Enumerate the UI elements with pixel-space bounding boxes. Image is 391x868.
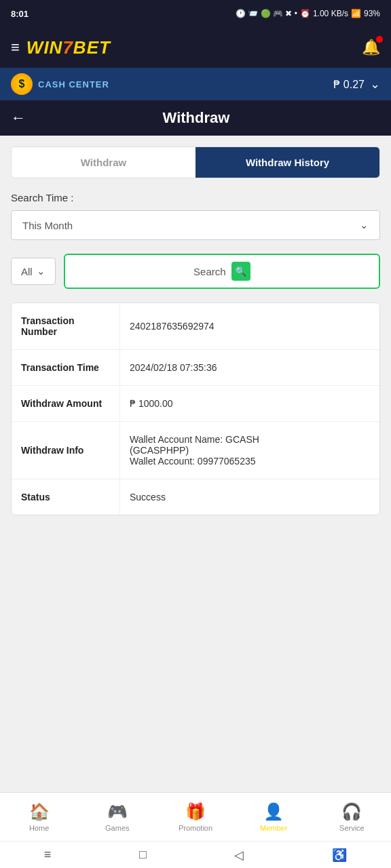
search-time-label: Search Time : [11,192,380,203]
header-left: ≡ WIN7BET [11,37,111,58]
withdraw-info-line1: Wallet Account Name: GCASH [130,434,259,445]
bell-container[interactable]: 🔔 [362,39,380,56]
page-title-bar: ← Withdraw [0,100,391,136]
status-right: 🕐 📨 🟢 🎮 ✖ • ⏰ 1.00 KB/s 📶 93% [236,9,380,18]
cash-left: $ CASH CENTER [11,73,109,95]
status-label: Status [12,479,120,515]
nav-home[interactable]: 🏠 Home [0,797,78,837]
transaction-time-value: 2024/02/18 07:35:36 [120,350,379,385]
transaction-number-row: Transaction Number 2402187635692974 [12,303,379,350]
android-home-icon[interactable]: □ [139,848,147,862]
promotion-icon: 🎁 [185,802,206,821]
hamburger-icon[interactable]: ≡ [11,39,20,56]
transaction-card: Transaction Number 2402187635692974 Tran… [11,302,380,515]
status-value: Success [120,479,379,515]
transaction-number-value: 2402187635692974 [120,303,379,349]
transaction-time-label: Transaction Time [12,350,120,385]
withdraw-info-value: Wallet Account Name: GCASH (GCASPHPP) Wa… [120,422,379,479]
withdraw-amount-label: Withdraw Amount [12,386,120,421]
logo: WIN7BET [26,37,111,58]
status-time: 8:01 [11,9,29,19]
member-label: Member [260,824,287,832]
transaction-time-row: Transaction Time 2024/02/18 07:35:36 [12,350,379,386]
nav-service[interactable]: 🎧 Service [313,797,391,837]
withdraw-info-label: Withdraw Info [12,422,120,479]
period-dropdown[interactable]: This Month ⌄ [11,210,380,240]
games-icon: 🎮 [107,802,128,821]
wifi-icon: 📶 [351,9,361,18]
withdraw-tab[interactable]: Withdraw [12,147,196,178]
withdraw-amount-row: Withdraw Amount ₱ 1000.00 [12,386,379,422]
withdraw-history-tab[interactable]: Withdraw History [196,147,379,178]
android-access-icon[interactable]: ♿ [332,848,347,863]
tab-row: Withdraw Withdraw History [11,146,380,178]
cash-icon: $ [11,73,33,95]
search-icon: 🔍 [231,262,250,281]
status-row: Status Success [12,479,379,515]
battery: 93% [364,9,380,18]
nav-promotion[interactable]: 🎁 Promotion [156,797,234,837]
withdraw-amount-value: ₱ 1000.00 [120,386,379,421]
service-label: Service [339,824,365,832]
main-content: Withdraw Withdraw History Search Time : … [0,136,391,792]
back-button[interactable]: ← [11,109,26,127]
withdraw-info-line2: (GCASPHPP) [130,445,259,456]
period-value: This Month [22,220,73,231]
status-icons: 🕐 📨 🟢 🎮 ✖ • [236,9,297,18]
withdraw-info-row: Withdraw Info Wallet Account Name: GCASH… [12,422,379,479]
alarm-icon: ⏰ [300,9,310,18]
cash-right: ₱ 0.27 ⌄ [333,77,380,92]
android-nav: ≡ □ ◁ ♿ [0,841,391,868]
nav-games[interactable]: 🎮 Games [78,797,156,837]
filter-arrow: ⌄ [37,265,45,277]
withdraw-info-line3: Wallet Account: 09977065235 [130,456,259,467]
home-icon: 🏠 [29,802,50,821]
cash-bar: $ CASH CENTER ₱ 0.27 ⌄ [0,68,391,100]
cash-label: CASH CENTER [38,79,109,90]
filter-value: All [21,266,33,277]
balance-dropdown[interactable]: ⌄ [370,77,380,92]
search-button[interactable]: Search 🔍 [64,254,380,289]
nav-member[interactable]: 👤 Member [235,797,313,837]
search-label: Search [193,266,226,277]
games-label: Games [105,824,129,832]
filter-select[interactable]: All ⌄ [11,258,56,285]
member-icon: 👤 [263,802,284,821]
android-menu-icon[interactable]: ≡ [44,848,52,862]
service-icon: 🎧 [341,802,362,821]
promotion-label: Promotion [179,824,212,832]
filter-row: All ⌄ Search 🔍 [11,254,380,289]
header: ≡ WIN7BET 🔔 [0,27,391,68]
bell-badge [376,36,383,43]
android-back-icon[interactable]: ◁ [234,848,244,863]
balance-amount: ₱ 0.27 [333,78,365,91]
status-bar: 8:01 🕐 📨 🟢 🎮 ✖ • ⏰ 1.00 KB/s 📶 93% [0,0,391,27]
bottom-nav: 🏠 Home 🎮 Games 🎁 Promotion 👤 Member 🎧 Se… [0,792,391,841]
page-title: Withdraw [33,109,360,127]
data-speed: 1.00 KB/s [313,9,348,18]
home-label: Home [29,824,49,832]
period-dropdown-arrow: ⌄ [360,219,369,231]
transaction-number-label: Transaction Number [12,303,120,349]
